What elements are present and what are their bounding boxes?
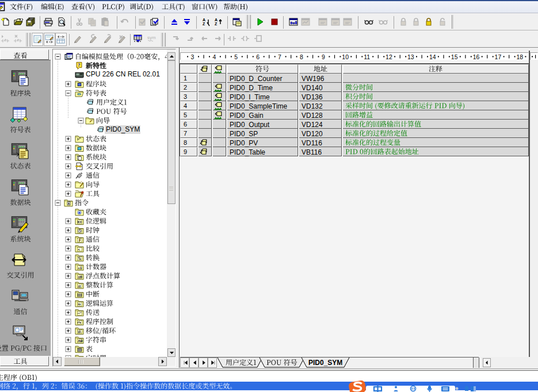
svg-text:+1: +1 <box>78 266 82 270</box>
svg-text:±R: ±R <box>78 275 82 279</box>
svg-text:±I: ±I <box>78 285 81 288</box>
svg-text:<: < <box>78 248 80 251</box>
svg-text:AB: AB <box>78 339 83 343</box>
svg-text:?: ? <box>78 62 81 68</box>
svg-text:io: io <box>78 302 81 306</box>
